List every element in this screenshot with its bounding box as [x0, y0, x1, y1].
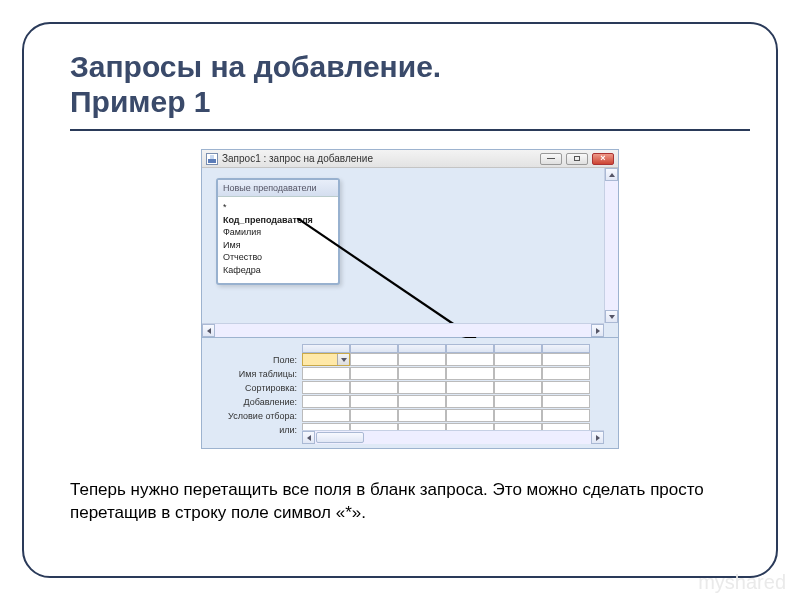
sort-cell[interactable]	[350, 381, 398, 394]
lower-scrollbar-horizontal[interactable]	[302, 430, 604, 444]
scroll-thumb[interactable]	[316, 432, 364, 443]
label-sort: Сортировка:	[206, 381, 302, 395]
scroll-right-icon[interactable]	[591, 324, 604, 337]
upper-scrollbar-horizontal[interactable]	[202, 323, 604, 337]
slide-body-text: Теперь нужно перетащить все поля в бланк…	[70, 479, 750, 525]
field-cell[interactable]	[446, 353, 494, 366]
field-dropdown-button[interactable]	[337, 354, 349, 365]
append-cell[interactable]	[494, 395, 542, 408]
qbe-row-table: Имя таблицы:	[206, 367, 618, 381]
sort-cell[interactable]	[302, 381, 350, 394]
criteria-cell[interactable]	[350, 409, 398, 422]
field-patronymic[interactable]: Отчество	[223, 251, 333, 264]
sort-cell[interactable]	[542, 381, 590, 394]
window-icon	[206, 153, 218, 165]
field-cell[interactable]	[398, 353, 446, 366]
criteria-cell[interactable]	[494, 409, 542, 422]
field-surname[interactable]: Фамилия	[223, 226, 333, 239]
criteria-cell[interactable]	[542, 409, 590, 422]
append-cell[interactable]	[446, 395, 494, 408]
criteria-cell[interactable]	[398, 409, 446, 422]
slide-title: Запросы на добавление. Пример 1	[70, 50, 750, 119]
table-cell[interactable]	[542, 367, 590, 380]
label-append: Добавление:	[206, 395, 302, 409]
svg-rect-1	[210, 155, 214, 159]
query-upper-pane: Новые преподаватели * Код_преподавателя …	[202, 168, 618, 338]
qbe-row-append: Добавление:	[206, 395, 618, 409]
access-query-window: Запрос1 : запрос на добавление × Новые п…	[201, 149, 619, 449]
field-key[interactable]: Код_преподавателя	[223, 214, 333, 227]
criteria-cell[interactable]	[446, 409, 494, 422]
label-criteria: Условие отбора:	[206, 409, 302, 423]
table-cell[interactable]	[350, 367, 398, 380]
field-cell[interactable]	[350, 353, 398, 366]
maximize-button[interactable]	[566, 153, 588, 165]
qbe-row-criteria: Условие отбора:	[206, 409, 618, 423]
sort-cell[interactable]	[398, 381, 446, 394]
table-cell[interactable]	[446, 367, 494, 380]
scroll-left-icon[interactable]	[302, 431, 315, 444]
title-line-1: Запросы на добавление.	[70, 50, 441, 83]
field-name[interactable]: Имя	[223, 239, 333, 252]
upper-scrollbar-vertical[interactable]	[604, 168, 618, 323]
minimize-button[interactable]	[540, 153, 562, 165]
window-titlebar: Запрос1 : запрос на добавление ×	[202, 150, 618, 168]
window-title: Запрос1 : запрос на добавление	[222, 153, 536, 164]
title-underline	[70, 129, 750, 131]
watermark: myshared	[698, 571, 786, 594]
criteria-cell[interactable]	[302, 409, 350, 422]
field-star[interactable]: *	[223, 201, 333, 214]
qbe-row-sort: Сортировка:	[206, 381, 618, 395]
append-cell[interactable]	[542, 395, 590, 408]
svg-rect-0	[208, 159, 216, 163]
append-cell[interactable]	[398, 395, 446, 408]
sort-cell[interactable]	[494, 381, 542, 394]
append-cell[interactable]	[350, 395, 398, 408]
label-field: Поле:	[206, 353, 302, 367]
append-cell[interactable]	[302, 395, 350, 408]
source-table-name: Новые преподаватели	[218, 180, 338, 197]
scroll-right-icon[interactable]	[591, 431, 604, 444]
close-button[interactable]: ×	[592, 153, 614, 165]
qbe-header-row	[206, 344, 618, 353]
scroll-up-icon[interactable]	[605, 168, 618, 181]
field-cell[interactable]	[494, 353, 542, 366]
table-cell[interactable]	[302, 367, 350, 380]
table-cell[interactable]	[494, 367, 542, 380]
label-or: или:	[206, 423, 302, 437]
sort-cell[interactable]	[446, 381, 494, 394]
slide-content: Запросы на добавление. Пример 1 Запрос1 …	[70, 50, 750, 550]
scroll-left-icon[interactable]	[202, 324, 215, 337]
field-department[interactable]: Кафедра	[223, 264, 333, 277]
title-line-2: Пример 1	[70, 85, 211, 118]
source-table-box[interactable]: Новые преподаватели * Код_преподавателя …	[216, 178, 340, 285]
field-cell-active[interactable]	[302, 353, 350, 366]
query-grid-pane: Поле: Имя таблицы: Сортиро	[202, 338, 618, 448]
label-table: Имя таблицы:	[206, 367, 302, 381]
scroll-down-icon[interactable]	[605, 310, 618, 323]
table-cell[interactable]	[398, 367, 446, 380]
qbe-row-field: Поле:	[206, 353, 618, 367]
field-cell[interactable]	[542, 353, 590, 366]
source-table-fields: * Код_преподавателя Фамилия Имя Отчество…	[218, 197, 338, 283]
